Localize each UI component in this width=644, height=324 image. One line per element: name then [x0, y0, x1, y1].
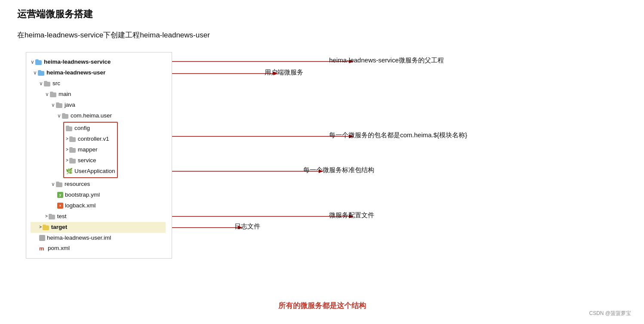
tree-row-mapper: > mapper	[66, 145, 115, 155]
tree-row-controller: > controller.v1	[66, 134, 115, 145]
label-resources: resources	[65, 179, 90, 190]
label-comheima: com.heima.user	[71, 111, 112, 121]
label-controller: controller.v1	[78, 134, 109, 145]
arrow-src: ∨	[39, 79, 43, 88]
connector-lines	[172, 52, 627, 293]
label-java: java	[65, 100, 75, 111]
diagram-area: ∨ heima-leadnews-service ∨ heima-leadnew…	[26, 52, 627, 293]
arrow-user: ∨	[33, 68, 37, 77]
tree-row-resources: ∨ resources	[31, 179, 166, 190]
folder-icon-resources	[56, 182, 63, 187]
spring-icon: 🌿	[66, 166, 73, 176]
annotations-container: heima-leadnews-service微服务的父工程 用户端微服务 每一个…	[172, 52, 627, 293]
folder-icon-java	[56, 102, 63, 108]
highlighted-box: config > controller.v1 > mapper > servic…	[63, 122, 118, 178]
arrow-main: ∨	[45, 89, 49, 99]
label-target: target	[51, 222, 68, 233]
annotation-6: 日志文件	[234, 222, 260, 231]
tree-row-service: > service	[66, 155, 115, 166]
tree-row-userap: 🌿 UserApplication	[66, 166, 115, 177]
tree-row-root: ∨ heima-leadnews-service	[31, 57, 166, 68]
arrow-controller: >	[66, 135, 68, 143]
iml-icon	[39, 235, 45, 241]
label-iml: heima-leadnews-user.iml	[47, 233, 111, 244]
tree-row-config: config	[66, 123, 115, 134]
folder-icon-config	[66, 126, 73, 131]
folder-icon-comheima	[62, 113, 69, 119]
arrow-service: >	[66, 157, 68, 165]
label-config: config	[74, 123, 90, 134]
label-user: heima-leadnews-user	[46, 68, 105, 78]
label-logback: logback.xml	[65, 201, 96, 211]
tree-panel: ∨ heima-leadnews-service ∨ heima-leadnew…	[26, 52, 172, 259]
label-test: test	[57, 211, 67, 222]
tree-row-target: > target	[31, 222, 166, 233]
arrow-comheima: ∨	[57, 111, 61, 120]
tree-row-logback: x logback.xml	[31, 201, 166, 211]
tree-row-main: ∨ main	[31, 89, 166, 100]
yml-icon: y	[57, 192, 63, 198]
page-title: 运营端微服务搭建	[17, 8, 627, 21]
label-service: service	[78, 155, 96, 166]
xml-icon: x	[57, 203, 63, 209]
arrow-root: ∨	[31, 57, 34, 67]
annotation-4: 每一个微服务标准包结构	[303, 166, 374, 174]
annotation-5: 微服务配置文件	[329, 211, 374, 219]
annotation-3: 每一个微服务的包名都是com.heima.${模块名称}	[329, 131, 467, 139]
tree-row-test: > test	[31, 211, 166, 222]
arrow-resources: ∨	[51, 179, 55, 189]
label-main: main	[59, 89, 71, 100]
tree-row-java: ∨ java	[31, 100, 166, 111]
folder-icon-root	[35, 59, 42, 65]
label-root: heima-leadnews-service	[44, 57, 111, 68]
tree-row-bootstrap: y bootstrap.yml	[31, 190, 166, 201]
maven-icon: m	[39, 246, 46, 252]
bottom-note: 所有的微服务都是这个结构	[17, 301, 627, 311]
folder-icon-mapper	[69, 147, 76, 153]
folder-icon-controller	[69, 136, 76, 142]
arrow-java: ∨	[51, 100, 55, 110]
folder-icon-src	[44, 81, 51, 86]
annotation-1: heima-leadnews-service微服务的父工程	[329, 56, 444, 65]
tree-row-pom: m pom.xml	[31, 243, 166, 254]
tree-row-user: ∨ heima-leadnews-user	[31, 68, 166, 78]
folder-icon-target	[43, 225, 49, 230]
tree-row-comheima: ∨ com.heima.user	[31, 111, 166, 121]
label-userap: UserApplication	[74, 166, 115, 177]
watermark: CSDN @菠菠萝宝	[589, 310, 631, 317]
tree-row-src: ∨ src	[31, 78, 166, 89]
folder-icon-service	[69, 158, 76, 164]
label-bootstrap: bootstrap.yml	[65, 190, 100, 201]
label-src: src	[52, 78, 60, 89]
folder-icon-main	[50, 92, 57, 97]
subtitle: 在heima-leadnews-service下创建工程heima-leadne…	[17, 30, 627, 40]
arrow-target: >	[39, 223, 42, 231]
tree-row-iml: heima-leadnews-user.iml	[31, 233, 166, 244]
label-pom: pom.xml	[48, 243, 70, 254]
annotation-2: 用户端微服务	[265, 68, 303, 77]
arrow-mapper: >	[66, 146, 68, 154]
label-mapper: mapper	[78, 145, 98, 155]
folder-icon-test	[49, 214, 55, 219]
arrow-test: >	[45, 213, 48, 221]
folder-icon-user	[38, 70, 45, 76]
